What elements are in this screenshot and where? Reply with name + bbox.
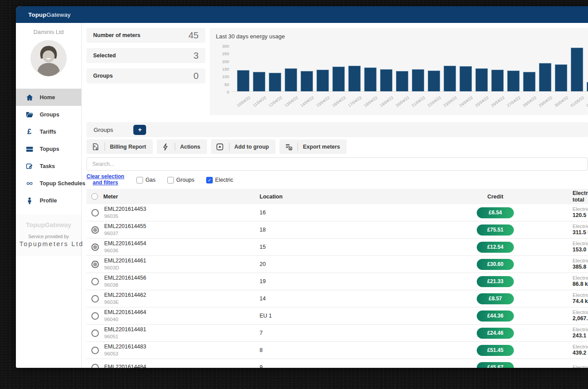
table-row[interactable]: EML2201614483 96053 8 £51.45 Electricity… xyxy=(87,342,588,359)
row-radio-selected[interactable] xyxy=(91,261,99,268)
electric-value: 153.0 kWh xyxy=(573,247,588,254)
row-radio[interactable] xyxy=(91,295,99,303)
chart-bar xyxy=(364,67,377,91)
header-electric-total: Electricity total xyxy=(573,190,588,203)
table-row[interactable]: EML2201614456 96038 19 £21.33 Electricit… xyxy=(87,273,588,290)
electric-value: 2,067.7 kWh xyxy=(573,315,588,322)
filters-row: Clear selection and filters Gas Groups ✓… xyxy=(87,173,588,187)
credit-cell: £45.67 xyxy=(423,362,567,368)
row-radio-selected[interactable] xyxy=(91,226,99,234)
credit-badge: £12.54 xyxy=(477,242,514,253)
divider xyxy=(229,143,230,151)
chart-title: Last 30 days energy usage xyxy=(216,33,588,40)
meter-cell: EML2201614456 96038 xyxy=(87,275,254,288)
billing-report-button[interactable]: x£ Billing Report xyxy=(87,139,153,154)
table-row[interactable]: EML2201614462 9603E 14 £8.57 Electricity… xyxy=(87,290,588,307)
row-radio[interactable] xyxy=(91,347,99,354)
electric-total-cell: Electricity 153.0 kWh xyxy=(567,240,588,254)
brand-rest: Gateway xyxy=(46,11,71,18)
credit-badge: £24.46 xyxy=(477,328,514,339)
search-input[interactable] xyxy=(87,157,588,171)
sidebar-item-label: Profile xyxy=(40,198,57,204)
checkbox[interactable] xyxy=(167,177,174,183)
electric-value: 74.4 kWh xyxy=(573,298,588,305)
chart-bar xyxy=(285,68,297,91)
filter-gas[interactable]: Gas xyxy=(136,177,155,183)
meter-serial: 96053 xyxy=(104,351,146,357)
divider xyxy=(175,143,175,151)
electric-label: Electricity xyxy=(573,223,588,229)
table-row[interactable]: EML2201614481 96051 7 £24.46 Electricity… xyxy=(87,325,588,342)
sidebar: Daminis Ltd Home Groups £ Tariffs xyxy=(16,23,82,368)
sidebar-item-label: Tasks xyxy=(40,163,55,169)
select-all-radio[interactable] xyxy=(91,193,98,200)
meter-id: EML2201614481 xyxy=(104,326,146,333)
checkbox[interactable] xyxy=(136,177,143,183)
row-radio[interactable] xyxy=(91,312,99,320)
chart-bar xyxy=(332,67,345,91)
chart-bar xyxy=(348,66,361,91)
lightning-icon xyxy=(162,142,170,151)
sidebar-item-tasks[interactable]: Tasks xyxy=(16,157,81,175)
add-group-button[interactable]: + xyxy=(133,125,146,135)
chart-y-axis: 050100150200250300 xyxy=(216,46,232,92)
person-icon xyxy=(25,196,34,205)
electric-total-cell: Electricity xyxy=(567,364,588,368)
meter-cell: EML2201614464 96040 xyxy=(87,309,254,322)
chart-bar xyxy=(571,48,583,91)
chart-bar xyxy=(317,70,329,91)
electric-total-cell: Electricity 243.1 kWh xyxy=(567,326,588,340)
row-radio[interactable] xyxy=(91,209,99,217)
actions-button[interactable]: Actions xyxy=(157,139,207,154)
meter-id: EML2201614454 xyxy=(104,240,146,247)
sidebar-item-tariffs[interactable]: £ Tariffs xyxy=(16,123,81,140)
table-row[interactable]: EML2201614454 96036 15 £12.54 Electricit… xyxy=(87,239,588,256)
electric-label: Electricity xyxy=(573,309,588,315)
sidebar-item-groups[interactable]: Groups xyxy=(16,106,81,123)
billing-report-icon: x£ xyxy=(91,142,100,151)
meter-cell: EML2201614481 96051 xyxy=(87,326,254,340)
y-tick-label: 50 xyxy=(224,82,229,86)
clear-link-line1: Clear selection xyxy=(87,173,124,180)
credit-cell: £75.51 xyxy=(423,224,567,236)
clear-selection-link[interactable]: Clear selection and filters xyxy=(87,174,124,186)
stat-label: Groups xyxy=(93,73,113,79)
meter-serial: 96037 xyxy=(104,230,146,236)
credit-cell: £44.36 xyxy=(423,310,567,322)
location-cell: 18 xyxy=(254,227,423,233)
filter-electric[interactable]: ✓ Electric xyxy=(206,177,233,183)
meter-serial: 9603D xyxy=(104,265,146,271)
filter-groups[interactable]: Groups xyxy=(167,177,194,183)
table-row[interactable]: EML2201614461 9603D 20 £30.60 Electricit… xyxy=(87,256,588,273)
location-cell: 14 xyxy=(254,295,423,302)
chart-bar xyxy=(253,72,265,91)
stat-value: 0 xyxy=(193,71,199,81)
credit-badge: £51.45 xyxy=(477,345,514,356)
credit-badge: £44.36 xyxy=(477,310,514,322)
table-row[interactable]: EML2201614455 96037 18 £75.51 Electricit… xyxy=(87,221,588,239)
sidebar-item-profile[interactable]: Profile xyxy=(16,192,81,209)
sidebar-item-topups[interactable]: Topups xyxy=(16,140,81,157)
checkbox-checked[interactable]: ✓ xyxy=(206,177,213,183)
sidebar-item-label: Home xyxy=(40,94,55,101)
table-row[interactable]: EML2201614484 9 £45.67 Electricity xyxy=(87,359,588,368)
main-content: Number of meters 45 Selected 3 Groups 0 … xyxy=(82,23,588,368)
chart-bar xyxy=(507,71,520,91)
meter-table-body: EML2201614453 96035 16 £6.54 Electricity… xyxy=(87,204,588,368)
row-radio[interactable] xyxy=(91,364,99,368)
meter-cell: EML2201614461 9603D xyxy=(87,258,254,271)
sidebar-item-topup-schedules[interactable]: Topup Schedules xyxy=(16,175,81,192)
row-radio-selected[interactable] xyxy=(91,243,99,251)
electric-value: 86.8 kWh xyxy=(573,281,588,288)
button-label: Export meters xyxy=(303,144,340,150)
export-meters-button[interactable]: Export meters xyxy=(279,139,347,154)
table-row[interactable]: EML2201614464 96040 EU 1 £44.36 Electric… xyxy=(87,307,588,325)
row-radio[interactable] xyxy=(91,278,99,285)
chart-bar xyxy=(539,63,551,91)
top-navbar: TopupGateway xyxy=(16,6,588,23)
chart-bar xyxy=(444,66,456,91)
row-radio[interactable] xyxy=(91,329,99,337)
sidebar-item-home[interactable]: Home xyxy=(16,89,81,106)
table-row[interactable]: EML2201614453 96035 16 £6.54 Electricity… xyxy=(87,204,588,221)
add-to-group-button[interactable]: Add to group xyxy=(211,139,275,154)
